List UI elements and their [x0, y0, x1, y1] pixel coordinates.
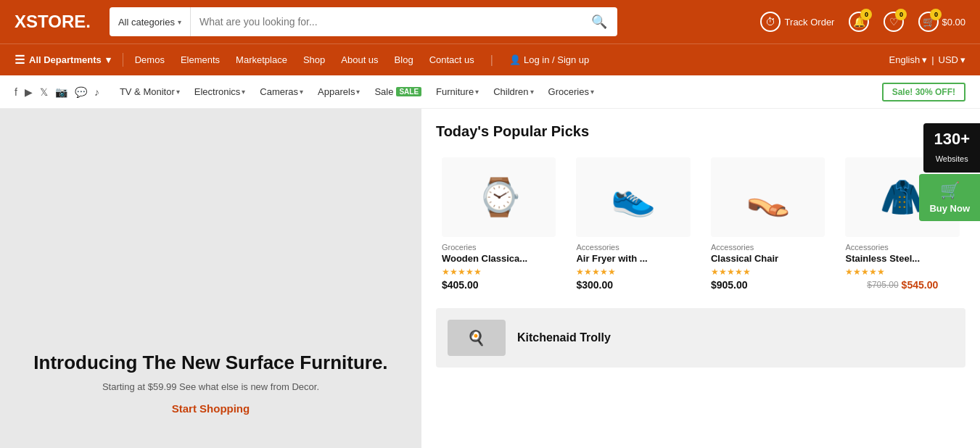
float-buy-label: Buy Now [929, 203, 970, 214]
sandals-icon: 👡 [746, 176, 791, 218]
product-category-1: Groceries [442, 243, 477, 252]
all-departments-label: All Departments [29, 54, 102, 65]
product-card-4[interactable]: 🧥 Accessories Stainless Steel... ★★★★★ $… [839, 152, 965, 296]
nav-link-contact[interactable]: Contact us [429, 54, 474, 65]
nav-sale[interactable]: Sale SALE [368, 86, 427, 97]
nav-link-demos[interactable]: Demos [135, 54, 165, 65]
currency-label: USD [939, 54, 958, 65]
electronics-label: Electronics [194, 86, 241, 97]
groceries-chevron: ▾ [590, 88, 594, 96]
login-label: Log in / Sign up [524, 54, 589, 65]
wishlist-icon[interactable]: ♡ 0 [884, 12, 904, 32]
cart-price: $0.00 [942, 17, 965, 28]
youtube-icon[interactable]: ▶ [25, 86, 33, 98]
nav-separator: | [490, 54, 493, 67]
product-name-2: Air Fryer with ... [576, 253, 647, 264]
product-stars-4: ★★★★★ [845, 267, 885, 277]
kitchenaid-banner[interactable]: 🍳 Kitchenaid Trolly [436, 308, 965, 368]
product-stars-3: ★★★★★ [711, 267, 751, 277]
search-input[interactable] [191, 16, 581, 28]
nav-link-blog[interactable]: Blog [395, 54, 413, 65]
product-name-4: Stainless Steel... [845, 253, 920, 264]
twitter-icon[interactable]: 𝕏 [40, 86, 48, 98]
nav-link-marketplace[interactable]: Marketplace [236, 54, 287, 65]
top-actions: ⏱ Track Order 🔔 0 ♡ 0 🛒 0 $0.00 [760, 12, 965, 32]
whatsapp-icon[interactable]: 💬 [75, 86, 87, 98]
cart[interactable]: 🛒 0 $0.00 [918, 12, 965, 32]
hero-cta[interactable]: Start Shopping [172, 402, 250, 415]
nav-link-shop[interactable]: Shop [303, 54, 325, 65]
nav-link-elements[interactable]: Elements [181, 54, 220, 65]
nav-bar: ☰ All Departments ▾ Demos Elements Marke… [0, 43, 980, 75]
notifications-badge: 0 [860, 9, 872, 20]
children-chevron: ▾ [530, 88, 534, 96]
nav-tv-monitor[interactable]: TV & Monitor ▾ [114, 86, 186, 97]
track-order[interactable]: ⏱ Track Order [760, 12, 835, 32]
apparels-label: Apparels [318, 86, 355, 97]
popular-picks-title: Today's Popular Picks [436, 123, 965, 140]
search-button[interactable]: 🔍 [581, 14, 617, 30]
product-price-new-4: $545.00 [902, 279, 939, 291]
float-cart-icon: 🛒 [940, 181, 960, 200]
category-label: All categories [118, 17, 175, 28]
login-link[interactable]: 👤 Log in / Sign up [509, 54, 589, 65]
nav-link-about[interactable]: About us [341, 54, 378, 65]
category-dropdown[interactable]: All categories ▾ [110, 7, 191, 36]
electronics-chevron: ▾ [242, 88, 245, 96]
product-image-3: 👡 [711, 157, 825, 237]
cart-badge: 0 [930, 9, 942, 20]
secondary-nav: f ▶ 𝕏 📷 💬 ♪ TV & Monitor ▾ Electronics ▾… [0, 75, 980, 109]
all-departments[interactable]: ☰ All Departments ▾ [15, 53, 123, 67]
site-logo: XSTORE. [15, 12, 91, 32]
float-130-widget[interactable]: 130+ Websites [923, 123, 980, 173]
nav-cameras[interactable]: Cameras ▾ [254, 86, 309, 97]
watch-icon: ⌚ [477, 176, 522, 218]
category-chevron: ▾ [178, 18, 181, 26]
notifications-icon[interactable]: 🔔 0 [849, 12, 869, 32]
usd-chevron: ▾ [960, 54, 965, 65]
right-panel: Today's Popular Picks ⌚ Groceries Wooden… [421, 109, 980, 448]
search-bar: All categories ▾ 🔍 [110, 7, 617, 36]
nav-children[interactable]: Children ▾ [487, 86, 539, 97]
product-image-2: 👟 [576, 157, 691, 237]
tiktok-icon[interactable]: ♪ [94, 86, 99, 98]
product-name-1: Wooden Classica... [442, 253, 527, 264]
currency-selector[interactable]: USD ▾ [939, 54, 965, 65]
hamburger-icon: ☰ [15, 53, 25, 67]
product-card-2[interactable]: 👟 Accessories Air Fryer with ... ★★★★★ $… [570, 152, 696, 296]
product-category-2: Accessories [576, 243, 619, 252]
instagram-icon[interactable]: 📷 [55, 86, 67, 98]
sale-label: Sale [374, 86, 393, 97]
secondary-nav-links: TV & Monitor ▾ Electronics ▾ Cameras ▾ A… [114, 86, 879, 97]
sale-button[interactable]: Sale! 30% OFF! [882, 83, 965, 101]
nav-furniture[interactable]: Furniture ▾ [430, 86, 485, 97]
wishlist-badge: 0 [895, 9, 907, 20]
track-order-icon: ⏱ [760, 12, 781, 32]
facebook-icon[interactable]: f [15, 86, 17, 98]
shoes-icon: 👟 [611, 176, 656, 218]
product-card-3[interactable]: 👡 Accessories Classical Chair ★★★★★ $905… [705, 152, 831, 296]
float-label: Websites [936, 154, 968, 163]
nav-groceries[interactable]: Groceries ▾ [543, 86, 600, 97]
language-selector[interactable]: English ▾ [889, 54, 928, 65]
sale-badge: SALE [396, 87, 421, 96]
kitchenaid-title: Kitchenaid Trolly [517, 331, 611, 344]
product-card-1[interactable]: ⌚ Groceries Wooden Classica... ★★★★★ $40… [436, 152, 562, 296]
departments-chevron: ▾ [106, 54, 111, 65]
product-price-2: $300.00 [576, 279, 613, 291]
cart-icon: 🛒 0 [918, 12, 939, 32]
furniture-chevron: ▾ [475, 88, 479, 96]
product-name-3: Classical Chair [711, 253, 778, 264]
product-grid: ⌚ Groceries Wooden Classica... ★★★★★ $40… [436, 152, 965, 296]
product-image-1: ⌚ [442, 157, 556, 237]
top-bar: XSTORE. All categories ▾ 🔍 ⏱ Track Order… [0, 0, 980, 43]
nav-apparels[interactable]: Apparels ▾ [312, 86, 366, 97]
product-price-3: $905.00 [711, 279, 748, 291]
product-stars-2: ★★★★★ [576, 267, 616, 277]
separator: | [931, 54, 934, 65]
lang-chevron: ▾ [922, 54, 927, 65]
nav-electronics[interactable]: Electronics ▾ [189, 86, 252, 97]
cameras-chevron: ▾ [300, 88, 303, 96]
float-buy-widget[interactable]: 🛒 Buy Now [919, 174, 980, 221]
groceries-label: Groceries [548, 86, 589, 97]
